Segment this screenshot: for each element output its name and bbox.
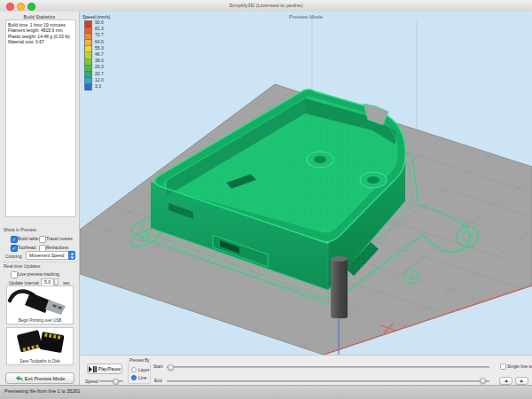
line-radio-label: Line	[138, 375, 146, 380]
section-divider	[3, 262, 77, 262]
legend-value: 55.3	[95, 45, 104, 51]
layer-radio-label: Layer	[138, 367, 150, 372]
title-bar: Simplify3D (Licensed to pedne)	[0, 0, 532, 12]
step-forward-button[interactable]: ▶	[515, 377, 528, 385]
speed-colorbar	[84, 20, 92, 90]
preview-by-label: Preview By	[129, 358, 151, 363]
update-interval-stepper[interactable]	[54, 278, 59, 286]
preview-controls-bar: Play/Pause Speed Preview By Layer Line S…	[80, 355, 532, 385]
step-forward-icon: ▶	[520, 379, 523, 383]
build-table-label: Build table	[18, 236, 38, 241]
show-in-preview-label: Show in Preview	[4, 227, 36, 232]
end-slider-knob[interactable]	[480, 378, 486, 384]
live-preview-tracking-label: Live preview tracking	[18, 271, 59, 277]
legend-swatch	[85, 66, 91, 72]
legend-swatch	[85, 59, 91, 66]
speed-slider[interactable]	[99, 380, 123, 382]
back-arrow-icon	[15, 375, 23, 382]
legend-swatch	[85, 46, 91, 52]
play-pause-button[interactable]: Play/Pause	[87, 364, 122, 374]
exit-preview-mode-button[interactable]: Exit Preview Mode	[5, 372, 74, 384]
legend-value: 12.0	[95, 77, 104, 82]
status-text: Previewing file from line 1 to 35261	[4, 388, 81, 394]
legend-value: 81.3	[95, 26, 104, 31]
legend-swatch	[85, 52, 91, 59]
line-radio[interactable]	[131, 375, 137, 380]
travel-moves-checkbox[interactable]	[39, 236, 46, 243]
legend-value: 64.0	[95, 39, 104, 44]
left-sidebar: Build Statistics Build time: 1 hour 19 m…	[0, 12, 80, 385]
coloring-dropdown[interactable]: Movement Speed	[26, 251, 75, 260]
exit-button-label: Exit Preview Mode	[25, 376, 66, 381]
legend-value: 20.7	[95, 71, 104, 76]
speed-slider-knob[interactable]	[113, 379, 119, 385]
start-label: Start	[153, 364, 163, 369]
build-statistics-box: Build time: 1 hour 19 minutes Filament l…	[5, 20, 76, 217]
legend-value: 38.0	[95, 58, 104, 63]
legend-swatch	[85, 78, 91, 84]
single-line-label: Single line only	[507, 364, 532, 369]
layer-radio[interactable]	[131, 367, 137, 372]
play-pause-label: Play/Pause	[98, 366, 121, 372]
toolhead-label: Toolhead	[18, 245, 35, 250]
preview-mode-label: Preview Mode	[80, 14, 532, 20]
start-slider-knob[interactable]	[168, 364, 174, 371]
legend-swatch	[85, 84, 91, 90]
sd-cards-image	[7, 328, 73, 356]
coloring-label: Coloring	[5, 254, 22, 259]
stat-line: Plastic weight: 14.48 g (0.03 lb)	[8, 34, 74, 39]
legend-value: 29.3	[95, 64, 104, 69]
3d-scene	[80, 12, 532, 355]
legend-value: 46.7	[95, 51, 104, 57]
stat-line: Material cost: 0.67	[8, 39, 74, 44]
legend-swatch	[85, 27, 91, 34]
coloring-value: Movement Speed	[29, 253, 64, 258]
window-title: Simplify3D (Licensed to pedne)	[0, 3, 532, 8]
begin-printing-usb-button[interactable]: Begin Printing over USB	[6, 286, 74, 325]
end-slider[interactable]	[167, 380, 489, 382]
legend-value: 72.7	[95, 32, 104, 37]
save-toolpaths-button[interactable]: Save Toolpaths to Disk	[6, 327, 74, 365]
realtime-updates-label: Real-time Updates	[4, 263, 40, 269]
3d-viewport[interactable]: Preview Mode Speed (mm/s) 90.0 81.3 72.7…	[80, 12, 532, 355]
usb-caption: Begin Printing over USB	[7, 318, 73, 323]
sd-caption: Save Toolpaths to Disk	[7, 359, 73, 364]
retractions-label: Retractions	[46, 245, 68, 250]
legend-swatch	[85, 72, 91, 78]
legend-value: 3.3	[95, 83, 101, 89]
step-back-icon: ◀	[505, 379, 507, 383]
speed-label: Speed	[85, 379, 98, 384]
status-bar: Previewing file from line 1 to 35261	[0, 385, 532, 399]
single-line-checkbox[interactable]	[500, 364, 506, 370]
end-label: End	[154, 378, 162, 383]
play-pause-icon	[89, 366, 97, 372]
legend-swatch	[85, 21, 91, 27]
start-slider[interactable]	[167, 366, 489, 368]
live-preview-tracking-checkbox[interactable]	[11, 271, 18, 278]
build-table-checkbox[interactable]	[11, 236, 18, 243]
step-back-button[interactable]: ◀	[499, 377, 512, 385]
legend-value: 90.0	[95, 20, 104, 25]
toolhead-checkbox[interactable]	[11, 245, 18, 252]
legend-swatch	[85, 40, 91, 46]
app-window: Simplify3D (Licensed to pedne) Build Sta…	[0, 0, 532, 399]
travel-moves-label: Travel moves	[46, 236, 73, 241]
dropdown-stepper-icon	[68, 251, 75, 260]
preview-by-group	[128, 361, 151, 384]
usb-cable-image	[7, 286, 73, 316]
legend-swatch	[85, 34, 91, 40]
